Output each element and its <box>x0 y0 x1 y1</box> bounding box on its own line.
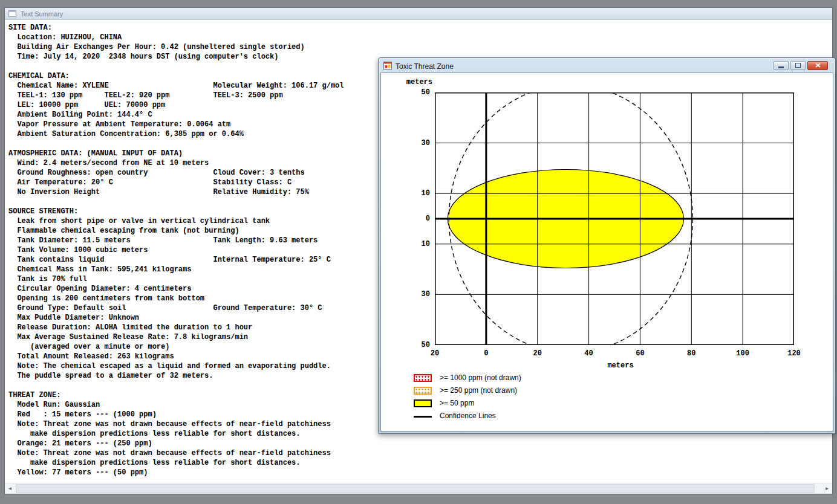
legend-swatch-red <box>414 374 432 382</box>
x-axis-label: meters <box>595 361 646 370</box>
y-tick-label: 30 <box>403 289 430 299</box>
legend-label: Confidence Lines <box>440 412 496 420</box>
x-tick-label: 60 <box>627 349 653 358</box>
close-button[interactable] <box>807 61 828 70</box>
legend-swatch-yellow <box>414 399 432 407</box>
x-tick-label: 100 <box>729 349 756 358</box>
summary-text: SITE DATA: Location: HUIZHOU, CHINA Buil… <box>8 23 344 477</box>
minimize-icon <box>778 66 784 68</box>
x-tick-label: 40 <box>576 349 602 358</box>
legend-item: >= 50 ppm <box>414 399 521 407</box>
text-summary-window-icon <box>8 10 16 17</box>
scrollbar-track[interactable] <box>15 483 822 494</box>
y-tick-label: 0 <box>403 214 430 224</box>
x-tick-label: 120 <box>781 349 807 358</box>
text-summary-titlebar[interactable]: Text Summary <box>5 8 832 20</box>
text-summary-title: Text Summary <box>21 10 63 18</box>
legend-label: >= 250 ppm (not drawn) <box>440 387 517 395</box>
toxic-threat-zone-window-icon <box>383 61 392 72</box>
close-icon <box>815 63 821 68</box>
threat-zone-plot-svg <box>435 92 794 345</box>
y-tick-label: 10 <box>403 239 430 249</box>
x-tick-label: 20 <box>524 349 551 358</box>
minimize-button[interactable] <box>773 61 789 70</box>
toxic-threat-zone-window: Toxic Threat Zone meters meters 50301001… <box>378 57 836 434</box>
legend-item: Confidence Lines <box>414 412 521 420</box>
maximize-button[interactable] <box>790 61 806 70</box>
scroll-right-icon[interactable]: ► <box>822 483 832 494</box>
caption-buttons <box>773 61 828 70</box>
y-axis-label: meters <box>396 78 432 86</box>
x-tick-label: 80 <box>678 349 705 358</box>
scrollbar-thumb[interactable] <box>16 484 815 493</box>
y-tick-label: 50 <box>403 88 430 97</box>
horizontal-scrollbar[interactable]: ◄ ► <box>5 483 832 494</box>
y-tick-label: 30 <box>403 138 430 148</box>
legend-item: >= 250 ppm (not drawn) <box>414 387 521 395</box>
legend-label: >= 1000 ppm (not drawn) <box>440 374 521 382</box>
legend: >= 1000 ppm (not drawn)>= 250 ppm (not d… <box>414 374 521 420</box>
legend-item: >= 1000 ppm (not drawn) <box>414 374 521 382</box>
x-tick-label: 20 <box>422 349 448 358</box>
toxic-threat-zone-title: Toxic Threat Zone <box>396 62 770 71</box>
x-tick-label: 0 <box>473 349 500 358</box>
scroll-left-icon[interactable]: ◄ <box>5 483 15 494</box>
toxic-threat-zone-titlebar[interactable]: Toxic Threat Zone <box>380 60 833 73</box>
legend-swatch-line <box>414 416 432 418</box>
toxic-threat-zone-content: meters meters 50301001030502002040608010… <box>380 73 833 431</box>
maximize-icon <box>795 63 801 68</box>
legend-swatch-orange <box>414 387 432 395</box>
legend-label: >= 50 ppm <box>440 399 474 407</box>
y-tick-label: 10 <box>403 189 430 198</box>
